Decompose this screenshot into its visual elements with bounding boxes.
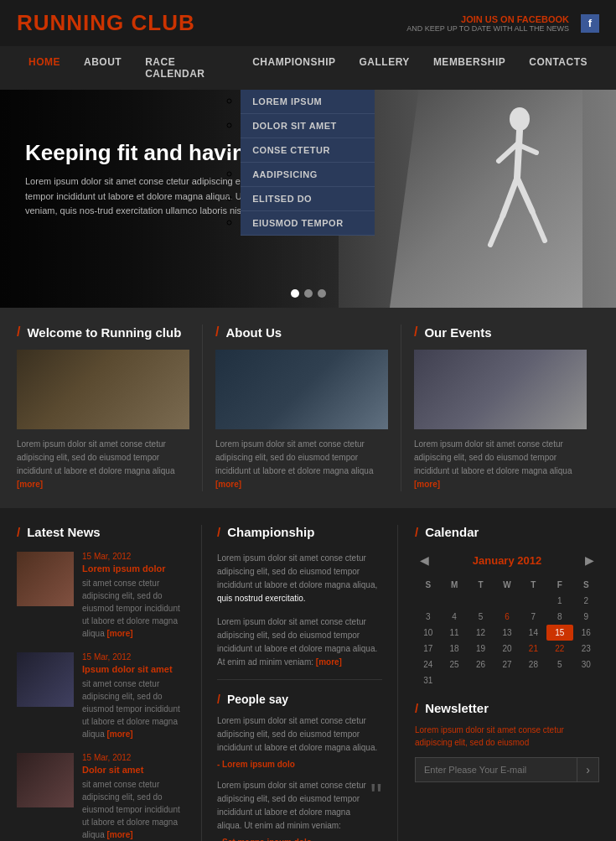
- nav-link-home[interactable]: HOME: [17, 46, 72, 78]
- cal-day-18[interactable]: 18: [441, 641, 467, 657]
- news-date-2: 15 Mar, 2012: [82, 652, 184, 662]
- cal-day-19[interactable]: 19: [468, 641, 494, 657]
- cal-day-empty: [441, 593, 467, 609]
- column-about: About Us Lorem ipsum dolor sit amet cons…: [203, 324, 401, 491]
- cal-day-11[interactable]: 11: [441, 625, 467, 641]
- cal-week-4: 17 18 19 20 21 22 23: [415, 641, 599, 657]
- svg-line-1: [517, 131, 520, 178]
- news-section: Latest News 15 Mar, 2012 Lorem ipsum dol…: [17, 525, 184, 841]
- hero-dot-1[interactable]: [291, 289, 299, 298]
- cal-day-17[interactable]: 17: [415, 641, 441, 657]
- news-more-3[interactable]: [more]: [106, 830, 132, 839]
- cal-day-28[interactable]: 28: [520, 657, 546, 672]
- nav-item-gallery[interactable]: GALLERY: [347, 46, 421, 90]
- cal-day-25[interactable]: 25: [441, 657, 467, 672]
- cal-day-31[interactable]: 31: [415, 672, 441, 688]
- svg-line-6: [490, 215, 503, 245]
- cal-day-15-today[interactable]: 15: [546, 625, 572, 641]
- dropdown-item-6[interactable]: EIUSMOD TEMPOR: [241, 211, 375, 236]
- hero-dot-2[interactable]: [304, 289, 313, 298]
- cal-day-24[interactable]: 24: [415, 657, 441, 672]
- cal-week-3: 10 11 12 13 14 15 16: [415, 625, 599, 641]
- cal-day-27[interactable]: 27: [494, 657, 520, 672]
- cal-day-empty3: [468, 672, 494, 688]
- cal-day-23[interactable]: 23: [573, 641, 599, 657]
- championship-text: Lorem ipsum dolor sit amet conse ctetur …: [217, 552, 382, 605]
- cal-day-12[interactable]: 12: [468, 625, 494, 641]
- dropdown-item-5[interactable]: ELITSED DO: [241, 187, 375, 211]
- championship-more[interactable]: [more]: [316, 657, 342, 667]
- cal-week-1: 1 2: [415, 593, 599, 609]
- cal-day-6[interactable]: 6: [494, 609, 520, 625]
- dropdown-item-4[interactable]: AADIPSICING: [241, 163, 375, 187]
- cal-day-9[interactable]: 9: [573, 609, 599, 625]
- cal-day-26[interactable]: 26: [468, 657, 494, 672]
- nav-link-race-calendar[interactable]: RACE CALENDAR: [133, 46, 241, 90]
- col3-title: Our Events: [414, 324, 587, 340]
- dropdown-link-5[interactable]: ELITSED DO: [241, 187, 375, 211]
- calendar-prev[interactable]: ◀: [415, 552, 434, 568]
- svg-point-0: [510, 107, 530, 131]
- calendar-next[interactable]: ▶: [580, 552, 599, 568]
- facebook-icon[interactable]: f: [581, 14, 599, 33]
- cal-header-w: W: [494, 577, 520, 593]
- facebook-text-block: JOIN US ON FACEBOOK AND KEEP UP TO DATE …: [406, 14, 569, 33]
- col2-title: About Us: [215, 324, 388, 340]
- dropdown-item-3[interactable]: CONSE CTETUR: [241, 138, 375, 163]
- nav-item-about[interactable]: ABOUT: [72, 46, 133, 90]
- dropdown-link-4[interactable]: AADIPSICING: [241, 163, 375, 187]
- hero-dot-3[interactable]: [318, 289, 326, 298]
- facebook-section[interactable]: JOIN US ON FACEBOOK AND KEEP UP TO DATE …: [406, 14, 599, 33]
- svg-line-4: [503, 178, 517, 215]
- newsletter-submit-button[interactable]: ›: [577, 757, 599, 782]
- col1-more-link[interactable]: [more]: [17, 480, 43, 489]
- nav-link-contacts[interactable]: CONTACTS: [517, 46, 599, 78]
- dropdown-link-1[interactable]: LOREM IPSUM: [241, 90, 375, 114]
- cal-header-m: M: [441, 577, 467, 593]
- cal-day-21[interactable]: 21: [520, 641, 546, 657]
- col3-more-link[interactable]: [more]: [414, 480, 440, 489]
- nav-item-race-calendar[interactable]: RACE CALENDAR: [133, 46, 241, 90]
- news-content-1: 15 Mar, 2012 Lorem ipsum dolor sit amet …: [82, 552, 184, 640]
- newsletter-title: Newsletter: [415, 701, 599, 715]
- cal-day-4[interactable]: 4: [441, 609, 467, 625]
- cal-day-10[interactable]: 10: [415, 625, 441, 641]
- nav-link-championship[interactable]: CHAMPIONSHIP: [241, 46, 347, 78]
- news-more-2[interactable]: [more]: [106, 729, 132, 739]
- cal-day-20[interactable]: 20: [494, 641, 520, 657]
- navigation: HOME ABOUT RACE CALENDAR CHAMPIONSHIP LO…: [0, 46, 616, 90]
- nav-item-contacts[interactable]: CONTACTS: [517, 46, 599, 90]
- cal-day-14[interactable]: 14: [520, 625, 546, 641]
- nav-item-championship[interactable]: CHAMPIONSHIP LOREM IPSUM DOLOR SIT AMET …: [241, 46, 347, 90]
- news-body-3: sit amet conse ctetur adipiscing elit, s…: [82, 778, 184, 841]
- cal-day-3[interactable]: 3: [415, 609, 441, 625]
- dropdown-link-6[interactable]: EIUSMOD TEMPOR: [241, 211, 375, 236]
- cal-day-13[interactable]: 13: [494, 625, 520, 641]
- dropdown-item-2[interactable]: DOLOR SIT AMET: [241, 114, 375, 138]
- cal-week-2: 3 4 5 6 7 8 9: [415, 609, 599, 625]
- dropdown-link-3[interactable]: CONSE CTETUR: [241, 138, 375, 163]
- newsletter-email-input[interactable]: [415, 757, 577, 782]
- nav-item-home[interactable]: HOME: [17, 46, 72, 90]
- cal-day-2[interactable]: 2: [573, 593, 599, 609]
- cal-day-30[interactable]: 30: [573, 657, 599, 672]
- nav-item-membership[interactable]: MEMBERSHIP: [422, 46, 517, 90]
- cal-day-1[interactable]: 1: [546, 593, 572, 609]
- cal-day-5[interactable]: 5: [468, 609, 494, 625]
- cal-week-5: 24 25 26 27 28 5 30: [415, 657, 599, 672]
- cal-day-16[interactable]: 16: [573, 625, 599, 641]
- nav-link-membership[interactable]: MEMBERSHIP: [422, 46, 517, 78]
- news-more-1[interactable]: [more]: [106, 629, 132, 638]
- nav-link-about[interactable]: ABOUT: [72, 46, 133, 78]
- cal-day-empty4: [494, 672, 520, 688]
- cal-day-22[interactable]: 22: [546, 641, 572, 657]
- col2-more-link[interactable]: [more]: [215, 480, 241, 489]
- nav-link-gallery[interactable]: GALLERY: [347, 46, 421, 78]
- cal-day-8[interactable]: 8: [546, 609, 572, 625]
- facebook-label: JOIN US ON FACEBOOK: [406, 14, 569, 24]
- dropdown-item-1[interactable]: LOREM IPSUM: [241, 90, 375, 114]
- cal-day-29[interactable]: 5: [546, 657, 572, 672]
- dropdown-link-2[interactable]: DOLOR SIT AMET: [241, 114, 375, 138]
- news-date-1: 15 Mar, 2012: [82, 552, 184, 561]
- cal-day-7[interactable]: 7: [520, 609, 546, 625]
